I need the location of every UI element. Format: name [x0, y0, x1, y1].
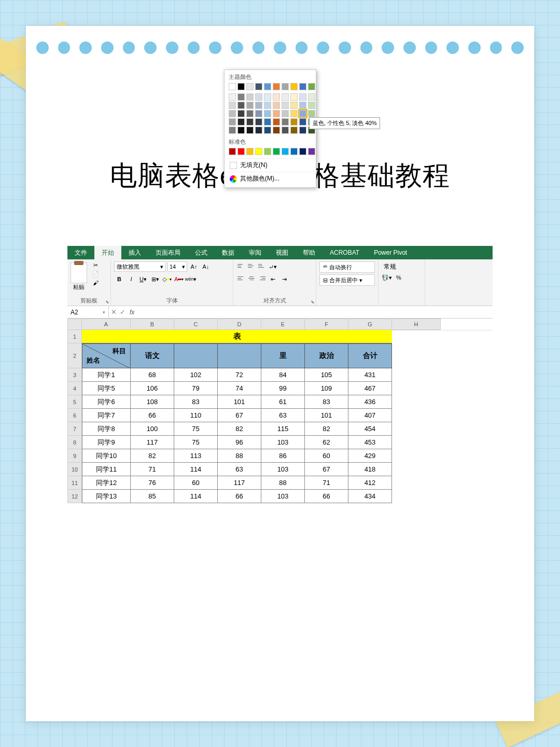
- color-swatch[interactable]: [282, 93, 289, 101]
- ribbon-tab-1[interactable]: 开始: [94, 246, 121, 259]
- color-swatch[interactable]: [246, 118, 254, 126]
- data-cell[interactable]: 88: [218, 449, 261, 463]
- cut-icon[interactable]: ✂: [91, 261, 100, 269]
- data-cell[interactable]: 431: [348, 368, 392, 382]
- wrap-text-button[interactable]: ᵃᵇ 自动换行: [319, 261, 375, 273]
- data-cell[interactable]: 82: [305, 422, 348, 436]
- color-swatch[interactable]: [264, 102, 271, 109]
- data-cell[interactable]: 84: [261, 368, 305, 382]
- ribbon-tab-3[interactable]: 页面布局: [148, 246, 188, 259]
- name-cell[interactable]: 同学6: [82, 395, 131, 409]
- data-cell[interactable]: 79: [174, 382, 218, 395]
- diagonal-header-cell[interactable]: 科目姓名: [82, 343, 131, 368]
- data-cell[interactable]: 86: [261, 449, 305, 463]
- color-swatch[interactable]: [255, 127, 262, 134]
- row-header[interactable]: 8: [67, 436, 82, 449]
- currency-button[interactable]: 💱▾: [382, 272, 392, 283]
- fx-icon[interactable]: fx: [128, 309, 136, 316]
- dialog-launcher-icon[interactable]: ⬊: [105, 299, 109, 305]
- color-swatch[interactable]: [299, 127, 306, 134]
- data-cell[interactable]: 103: [261, 436, 305, 449]
- ribbon-tab-0[interactable]: 文件: [67, 246, 94, 259]
- color-swatch[interactable]: [282, 127, 289, 134]
- data-cell[interactable]: 103: [261, 463, 305, 476]
- ribbon-tab-6[interactable]: 审阅: [242, 246, 269, 259]
- cancel-icon[interactable]: ✕: [111, 308, 117, 316]
- color-swatch[interactable]: [237, 148, 245, 155]
- data-cell[interactable]: 429: [348, 449, 392, 463]
- data-cell[interactable]: 117: [131, 436, 174, 449]
- color-swatch[interactable]: [237, 110, 245, 117]
- color-swatch[interactable]: [273, 110, 280, 117]
- data-cell[interactable]: 108: [131, 395, 174, 409]
- align-top-button[interactable]: [236, 261, 246, 270]
- color-swatch[interactable]: [282, 83, 289, 90]
- color-swatch[interactable]: [246, 102, 254, 109]
- align-right-button[interactable]: [257, 274, 267, 282]
- color-swatch[interactable]: [255, 148, 262, 155]
- row-header[interactable]: 3: [67, 368, 82, 382]
- ribbon-tab-2[interactable]: 插入: [121, 246, 148, 259]
- name-cell[interactable]: 同学1: [82, 368, 131, 382]
- more-colors-option[interactable]: 其他颜色(M)...: [227, 172, 314, 185]
- data-cell[interactable]: 101: [218, 395, 261, 409]
- color-swatch[interactable]: [237, 118, 245, 126]
- color-swatch[interactable]: [246, 83, 254, 90]
- column-header[interactable]: H: [392, 319, 441, 330]
- ribbon-tab-5[interactable]: 数据: [215, 246, 242, 259]
- row-header[interactable]: 1: [67, 330, 82, 343]
- column-header[interactable]: G: [348, 319, 392, 330]
- color-swatch[interactable]: [308, 148, 315, 155]
- color-swatch[interactable]: [308, 93, 315, 101]
- data-cell[interactable]: 109: [305, 382, 348, 395]
- data-cell[interactable]: 71: [131, 463, 174, 476]
- color-swatch[interactable]: [255, 93, 262, 101]
- data-cell[interactable]: 412: [348, 476, 392, 490]
- row-header[interactable]: 6: [67, 409, 82, 422]
- name-cell[interactable]: 同学12: [82, 476, 131, 490]
- align-left-button[interactable]: [236, 274, 246, 282]
- color-swatch[interactable]: [246, 127, 254, 134]
- data-cell[interactable]: 434: [348, 490, 392, 503]
- font-color-button[interactable]: A▾: [174, 274, 184, 284]
- row-header[interactable]: 4: [67, 382, 82, 395]
- color-swatch[interactable]: [273, 118, 280, 126]
- column-header[interactable]: A: [82, 319, 131, 330]
- color-swatch[interactable]: [264, 148, 271, 155]
- data-cell[interactable]: 67: [218, 409, 261, 422]
- data-cell[interactable]: 75: [174, 436, 218, 449]
- column-header[interactable]: F: [305, 319, 348, 330]
- percent-button[interactable]: %: [394, 272, 404, 283]
- color-swatch[interactable]: [290, 110, 298, 117]
- header-cell[interactable]: [218, 343, 261, 368]
- ribbon-tab-4[interactable]: 公式: [188, 246, 215, 259]
- color-swatch[interactable]: [229, 118, 236, 126]
- color-swatch[interactable]: [308, 83, 315, 90]
- name-cell[interactable]: 同学13: [82, 490, 131, 503]
- row-header[interactable]: 11: [67, 476, 82, 490]
- row-header[interactable]: 7: [67, 422, 82, 436]
- row-header[interactable]: 10: [67, 463, 82, 476]
- color-swatch[interactable]: [299, 118, 306, 126]
- align-bottom-button[interactable]: [257, 261, 267, 270]
- color-swatch[interactable]: [290, 93, 298, 101]
- color-swatch[interactable]: [255, 83, 262, 90]
- name-cell[interactable]: 同学7: [82, 409, 131, 422]
- name-cell[interactable]: 同学11: [82, 463, 131, 476]
- color-swatch[interactable]: [290, 127, 298, 134]
- color-swatch[interactable]: [282, 102, 289, 109]
- color-swatch[interactable]: [229, 93, 236, 101]
- color-swatch[interactable]: [237, 93, 245, 101]
- data-cell[interactable]: 67: [305, 463, 348, 476]
- data-cell[interactable]: 74: [218, 382, 261, 395]
- no-fill-option[interactable]: 无填充(N): [227, 158, 314, 172]
- color-swatch[interactable]: [255, 102, 262, 109]
- data-cell[interactable]: 61: [261, 395, 305, 409]
- color-swatch[interactable]: [290, 148, 298, 155]
- color-swatch[interactable]: [290, 118, 298, 126]
- confirm-icon[interactable]: ✓: [120, 308, 125, 316]
- name-cell[interactable]: 同学9: [82, 436, 131, 449]
- color-swatch[interactable]: [273, 93, 280, 101]
- orientation-button[interactable]: ⤾▾: [268, 261, 278, 272]
- format-painter-icon[interactable]: 🖌: [91, 279, 100, 286]
